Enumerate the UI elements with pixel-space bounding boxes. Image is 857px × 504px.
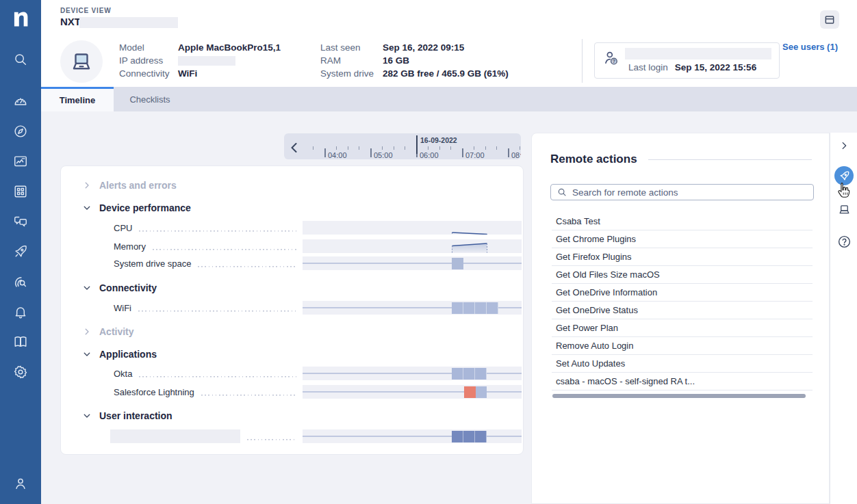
sidebar-item-applications[interactable]: [0, 176, 41, 207]
search-input[interactable]: [572, 187, 813, 198]
right-rail: [830, 133, 857, 504]
help-icon: [837, 235, 852, 249]
sidebar-item-investigations[interactable]: [0, 146, 41, 176]
sidebar-item-dashboards[interactable]: [0, 86, 41, 116]
remote-action-item[interactable]: Get Power Plan: [552, 319, 813, 337]
header-divider: [582, 39, 583, 83]
axis-minor-tick: [450, 146, 451, 150]
chevron-right-icon: [839, 141, 849, 150]
user-card[interactable]: ? Last login Sep 15, 2022 15:56: [594, 42, 780, 79]
chevron-down-icon[interactable]: [82, 349, 92, 359]
chevron-right-icon[interactable]: [82, 181, 92, 190]
leader-dots: [201, 388, 297, 396]
sidebar-item-library[interactable]: [0, 327, 41, 357]
info-label: System drive: [320, 68, 383, 79]
remote-action-item[interactable]: Get Chrome Plugins: [552, 230, 813, 248]
axis-minor-tick: [359, 146, 359, 150]
remote-action-item[interactable]: csaba - macOS - self-signed RA t...: [552, 373, 813, 390]
device-name-redacted: [79, 17, 178, 28]
sidebar-item-diagnose[interactable]: [0, 267, 41, 297]
rail-button-remote-actions[interactable]: [830, 163, 857, 188]
timeline-group-user-interaction[interactable]: User interaction: [61, 410, 524, 421]
rail-button-device[interactable]: [830, 198, 857, 220]
device-info-row: Last seenSep 16, 2022 09:15: [320, 41, 509, 54]
timeline-block-segment[interactable]: [476, 386, 487, 398]
horizontal-scrollbar-thumb[interactable]: [552, 394, 806, 398]
sidebar-item-remote-actions[interactable]: [0, 237, 41, 267]
timeline-track[interactable]: [303, 256, 522, 270]
timeline-group-device-performance[interactable]: Device performance: [61, 202, 524, 213]
remote-action-item[interactable]: Get Old Files Size macOS: [552, 266, 813, 284]
axis-hour-tick: [324, 148, 326, 157]
axis-date-marker: [416, 135, 418, 154]
timeline-block-segment[interactable]: [464, 386, 476, 398]
info-label: IP address: [119, 55, 178, 66]
axis-date-label: 16-09-2022: [420, 136, 457, 144]
track-baseline: [303, 436, 522, 437]
timeline-row-wifi: WiFi: [61, 301, 524, 315]
remote-action-item[interactable]: Remove Auto Login: [552, 337, 813, 355]
timeline-track[interactable]: [303, 301, 522, 315]
chevron-down-icon[interactable]: [82, 283, 92, 293]
axis-prev-chevron-icon[interactable]: [291, 143, 297, 155]
sidebar-item-profile[interactable]: [0, 468, 41, 499]
remote-actions-search[interactable]: [550, 184, 814, 200]
axis-minor-tick: [439, 146, 440, 150]
chevron-right-icon[interactable]: [82, 327, 92, 336]
rail-button-help[interactable]: [830, 230, 857, 252]
rail-button-collapse-panel[interactable]: [830, 135, 857, 157]
sidebar-item-explore[interactable]: [0, 116, 41, 146]
remote-action-item[interactable]: Set Auto Updates: [552, 355, 813, 373]
tab-checklists[interactable]: Checklists: [114, 87, 186, 111]
timeline-line-segment[interactable]: [452, 221, 487, 235]
timeline-track[interactable]: [303, 385, 522, 399]
timeline-group-label: Connectivity: [99, 282, 157, 293]
row-label: System drive space: [114, 258, 191, 269]
see-users-link[interactable]: See users (1): [769, 42, 838, 52]
timeline-track[interactable]: [303, 221, 522, 235]
sidebar-item-search[interactable]: [0, 44, 41, 75]
leader-dots: [198, 259, 297, 267]
timeline-group-alerts-and-errors[interactable]: Alerts and errors: [61, 180, 524, 191]
leader-dots: [247, 432, 297, 440]
search-icon: [557, 187, 567, 197]
remote-action-item[interactable]: Get Firefox Plugins: [552, 248, 813, 266]
timeline-track[interactable]: [303, 429, 522, 443]
device-view-app: DEVICE VIEW NXT ModelApple MacBookPro15,…: [0, 0, 857, 504]
remote-actions-title: Remote actions: [550, 152, 637, 166]
timeline-block-segment[interactable]: [452, 302, 498, 314]
nexthink-logo[interactable]: [0, 10, 41, 29]
timeline-group-activity[interactable]: Activity: [61, 326, 524, 337]
timeline-area-segment[interactable]: [452, 239, 487, 253]
track-baseline: [303, 263, 522, 264]
axis-hour-label: 07:00: [465, 151, 485, 159]
row-label: CPU: [114, 223, 132, 233]
tab-bar: TimelineChecklists: [41, 87, 857, 111]
leader-dots: [153, 242, 297, 250]
sidebar-item-engage[interactable]: [0, 207, 41, 237]
sidebar-item-settings[interactable]: [0, 357, 41, 387]
timeline-group-connectivity[interactable]: Connectivity: [61, 282, 524, 293]
remote-action-item[interactable]: Get OneDrive Status: [552, 302, 813, 319]
timeline-group-applications[interactable]: Applications: [61, 349, 524, 360]
timeline-panel: Alerts and errorsDevice performanceCPUMe…: [60, 165, 524, 455]
chevron-down-icon[interactable]: [82, 203, 92, 213]
timeline-block-segment[interactable]: [452, 431, 487, 442]
remote-action-item[interactable]: Csaba Test: [552, 213, 813, 230]
info-value: 16 GB: [383, 55, 409, 66]
axis-hour-tick: [462, 148, 463, 157]
timeline-block-segment[interactable]: [452, 368, 487, 380]
panel-toggle-button[interactable]: [820, 10, 839, 29]
timeline-group-label: Alerts and errors: [99, 180, 177, 191]
remote-action-item[interactable]: Get OneDrive Information: [552, 284, 813, 302]
chevron-down-icon[interactable]: [82, 411, 92, 421]
sidebar-item-alerts[interactable]: [0, 297, 41, 327]
tab-timeline[interactable]: Timeline: [41, 87, 114, 111]
device-info-column: ModelApple MacBookPro15,1IP addressConne…: [119, 41, 320, 80]
timeline-group-label: Device performance: [99, 202, 191, 213]
timeline-axis: 04:0005:0006:0007:0008:0016-09-2022: [284, 133, 521, 159]
timeline-track[interactable]: [303, 367, 522, 380]
timeline-track[interactable]: [303, 239, 522, 253]
timeline-block-segment[interactable]: [452, 258, 463, 269]
device-info-row: ConnectivityWiFi: [119, 67, 320, 80]
